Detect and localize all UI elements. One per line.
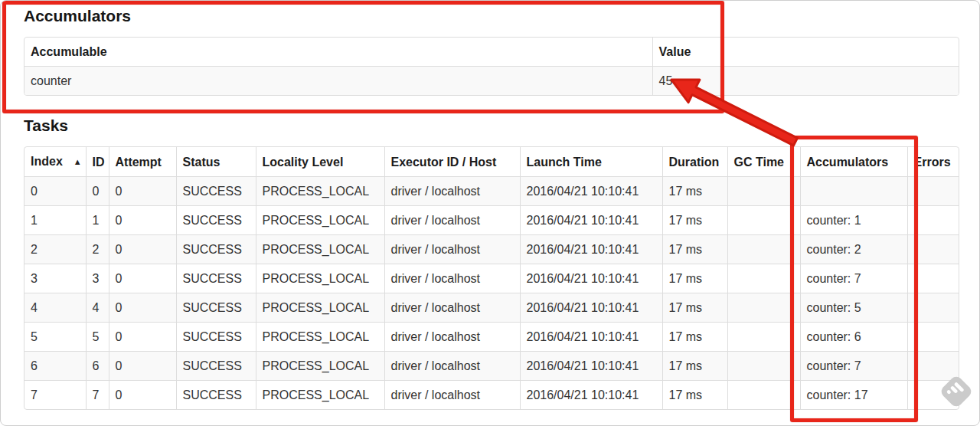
column-header-value[interactable]: Value <box>652 38 959 67</box>
cell: 17 ms <box>662 235 727 264</box>
cell: 5 <box>86 323 109 352</box>
cell: 4 <box>24 293 86 323</box>
cell: driver / localhost <box>384 352 520 381</box>
cell: counter: 7 <box>800 352 907 381</box>
table-row: 440SUCCESSPROCESS_LOCALdriver / localhos… <box>24 293 959 323</box>
column-header-index[interactable]: Index▲ <box>24 147 86 177</box>
accumulators-section-title: Accumulators <box>24 7 131 25</box>
spark-stage-page: Accumulators Accumulable Value counter 4… <box>0 0 980 426</box>
cell: counter: 1 <box>800 206 907 235</box>
cell-accumulable-name: counter <box>24 67 652 96</box>
cell: 2 <box>24 235 86 264</box>
cell: driver / localhost <box>384 264 520 293</box>
cell: counter: 17 <box>800 381 907 410</box>
cell: 2016/04/21 10:10:41 <box>520 323 662 352</box>
cell: 3 <box>24 264 86 293</box>
accumulators-table: Accumulable Value counter 45 <box>24 37 959 96</box>
cell <box>727 264 800 293</box>
cell: 2016/04/21 10:10:41 <box>520 206 662 235</box>
cell: driver / localhost <box>384 177 520 206</box>
cell: driver / localhost <box>384 293 520 323</box>
cell: 17 ms <box>662 352 727 381</box>
cell <box>800 177 907 206</box>
cell: 2016/04/21 10:10:41 <box>520 381 662 410</box>
cell: 5 <box>24 323 86 352</box>
cell: SUCCESS <box>176 352 256 381</box>
cell <box>727 293 800 323</box>
cell: 7 <box>86 381 109 410</box>
cell: 17 ms <box>662 206 727 235</box>
cell: 2016/04/21 10:10:41 <box>520 177 662 206</box>
cell: driver / localhost <box>384 381 520 410</box>
column-header-index-label: Index <box>31 155 63 168</box>
cell: SUCCESS <box>176 264 256 293</box>
column-header-gc-time[interactable]: GC Time <box>727 147 800 177</box>
cell: 2016/04/21 10:10:41 <box>520 264 662 293</box>
cell: SUCCESS <box>176 381 256 410</box>
cell: 0 <box>24 177 86 206</box>
cell: 2016/04/21 10:10:41 <box>520 352 662 381</box>
cell: driver / localhost <box>384 323 520 352</box>
cell: PROCESS_LOCAL <box>256 381 384 410</box>
column-header-accumulators[interactable]: Accumulators <box>800 147 907 177</box>
column-header-attempt[interactable]: Attempt <box>109 147 176 177</box>
cell: PROCESS_LOCAL <box>256 323 384 352</box>
cell: SUCCESS <box>176 235 256 264</box>
column-header-id[interactable]: ID <box>86 147 109 177</box>
cell: 2 <box>86 235 109 264</box>
table-row: 110SUCCESSPROCESS_LOCALdriver / localhos… <box>24 206 959 235</box>
cell: 6 <box>86 352 109 381</box>
cell: PROCESS_LOCAL <box>256 177 384 206</box>
column-header-locality-level[interactable]: Locality Level <box>256 147 384 177</box>
cell: counter: 6 <box>800 323 907 352</box>
cell <box>907 323 959 352</box>
column-header-errors[interactable]: Errors <box>907 147 959 177</box>
cell: 0 <box>109 177 176 206</box>
cell: PROCESS_LOCAL <box>256 352 384 381</box>
cell: 1 <box>24 206 86 235</box>
cell: 17 ms <box>662 264 727 293</box>
cell: 7 <box>24 381 86 410</box>
cell <box>907 264 959 293</box>
column-header-executor-id-host[interactable]: Executor ID / Host <box>384 147 520 177</box>
table-row: counter 45 <box>24 67 959 96</box>
cell: 0 <box>109 206 176 235</box>
cell <box>907 293 959 323</box>
cell: SUCCESS <box>176 293 256 323</box>
cell <box>727 323 800 352</box>
cell: 17 ms <box>662 323 727 352</box>
column-header-status[interactable]: Status <box>176 147 256 177</box>
cell: SUCCESS <box>176 323 256 352</box>
table-row: 550SUCCESSPROCESS_LOCALdriver / localhos… <box>24 323 959 352</box>
cell: 0 <box>109 293 176 323</box>
cell: counter: 7 <box>800 264 907 293</box>
column-header-launch-time[interactable]: Launch Time <box>520 147 662 177</box>
cell: 0 <box>109 323 176 352</box>
cell: 17 ms <box>662 381 727 410</box>
cell: 0 <box>86 177 109 206</box>
column-header-duration[interactable]: Duration <box>662 147 727 177</box>
table-row: 000SUCCESSPROCESS_LOCALdriver / localhos… <box>24 177 959 206</box>
cell <box>727 235 800 264</box>
table-row: 660SUCCESSPROCESS_LOCALdriver / localhos… <box>24 352 959 381</box>
cell <box>907 235 959 264</box>
cell <box>727 352 800 381</box>
cell: 2016/04/21 10:10:41 <box>520 293 662 323</box>
cell: 0 <box>109 264 176 293</box>
table-header-row: Accumulable Value <box>24 38 959 67</box>
cell: 0 <box>109 352 176 381</box>
cell: PROCESS_LOCAL <box>256 206 384 235</box>
cell <box>907 177 959 206</box>
column-header-accumulable[interactable]: Accumulable <box>24 38 652 67</box>
cell: 17 ms <box>662 293 727 323</box>
sort-ascending-icon: ▲ <box>74 157 82 166</box>
cell: counter: 2 <box>800 235 907 264</box>
table-header-row: Index▲ ID Attempt Status Locality Level … <box>24 147 959 177</box>
cell <box>727 381 800 410</box>
cell: SUCCESS <box>176 206 256 235</box>
tasks-table: Index▲ ID Attempt Status Locality Level … <box>24 146 959 410</box>
cell: 6 <box>24 352 86 381</box>
cell: 0 <box>109 235 176 264</box>
table-row: 330SUCCESSPROCESS_LOCALdriver / localhos… <box>24 264 959 293</box>
cell: SUCCESS <box>176 177 256 206</box>
